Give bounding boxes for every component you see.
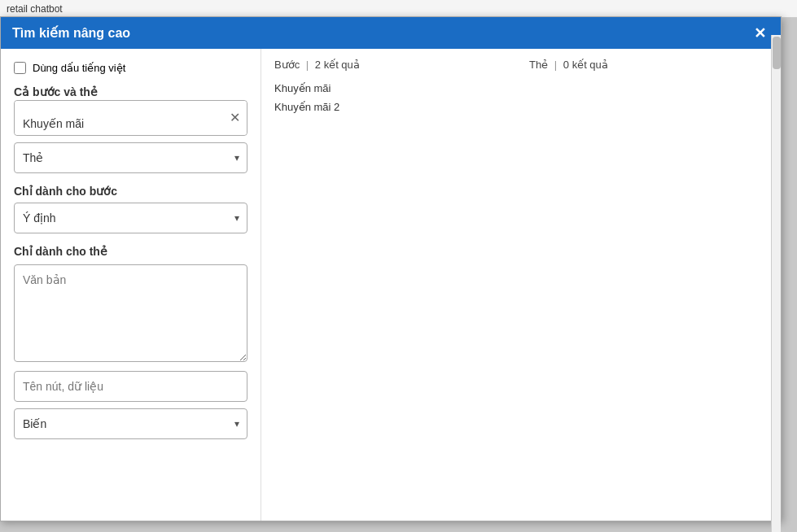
name-clear-button[interactable]: ✕ <box>230 111 240 124</box>
name-input-wrapper: Tên ✕ <box>14 100 247 136</box>
app-title: retail chatbot <box>7 3 63 15</box>
tag-select-wrapper: Thẻ Thẻ 1 Thẻ 2 ▾ <box>14 142 247 173</box>
modal-close-button[interactable]: ✕ <box>751 26 769 41</box>
modal-title: Tìm kiếm nâng cao <box>12 25 130 41</box>
name-input[interactable] <box>15 101 247 135</box>
steps-results-col: Bước | 2 kết quả Khuyến mãi Khuyến mãi 2 <box>274 59 529 511</box>
advanced-search-modal: Tìm kiếm nâng cao ✕ Dùng dấu tiếng việt … <box>0 16 782 521</box>
vietnamese-diacritic-label: Dùng dấu tiếng việt <box>33 62 125 74</box>
tag-only-section: Chỉ dành cho thẻ Biến Biến 1 Biến 2 ▾ <box>14 245 247 439</box>
variable-select[interactable]: Biến Biến 1 Biến 2 <box>14 408 247 439</box>
intent-select[interactable]: Ý định Ý định 1 Ý định 2 <box>14 203 247 233</box>
intent-select-wrapper: Ý định Ý định 1 Ý định 2 ▾ <box>14 203 247 233</box>
modal-body: Dùng dấu tiếng việt Cả bước và thẻ Tên ✕ <box>1 49 781 521</box>
tags-results-col: Thẻ | 0 kết quả <box>529 59 768 511</box>
vietnamese-diacritic-checkbox[interactable] <box>14 62 26 74</box>
top-bar: retail chatbot <box>0 0 797 18</box>
both-section-label: Cả bước và thẻ <box>14 85 247 98</box>
tags-col-label: Thẻ <box>529 59 548 71</box>
step-result-item[interactable]: Khuyến mãi <box>274 79 513 98</box>
right-panel: Bước | 2 kết quả Khuyến mãi Khuyến mãi 2… <box>261 49 781 521</box>
both-section: Cả bước và thẻ Tên ✕ Thẻ Thẻ 1 <box>14 85 247 173</box>
tag-only-section-label: Chỉ dành cho thẻ <box>14 245 247 258</box>
steps-results-header: Bước | 2 kết quả <box>274 59 513 71</box>
scrollbar-track[interactable] <box>771 35 781 532</box>
steps-col-label: Bước <box>274 59 300 71</box>
button-name-input[interactable] <box>14 371 247 402</box>
modal-overlay: retail chatbot Tìm kiếm nâng cao ✕ Dùng … <box>0 0 797 532</box>
text-textarea[interactable] <box>14 264 247 362</box>
tags-results-header: Thẻ | 0 kết quả <box>529 59 768 71</box>
tags-col-count: 0 kết quả <box>563 59 608 71</box>
step-section-label: Chỉ dành cho bước <box>14 185 247 198</box>
step-result-item[interactable]: Khuyến mãi 2 <box>274 98 513 116</box>
tag-select[interactable]: Thẻ Thẻ 1 Thẻ 2 <box>14 142 247 173</box>
modal-header: Tìm kiếm nâng cao ✕ <box>1 17 781 49</box>
steps-col-count: 2 kết quả <box>315 59 360 71</box>
variable-select-wrapper: Biến Biến 1 Biến 2 ▾ <box>14 408 247 439</box>
step-section: Chỉ dành cho bước Ý định Ý định 1 Ý định… <box>14 185 247 233</box>
scrollbar-thumb[interactable] <box>773 37 781 69</box>
vietnamese-diacritic-row: Dùng dấu tiếng việt <box>14 62 247 74</box>
left-panel: Dùng dấu tiếng việt Cả bước và thẻ Tên ✕ <box>1 49 261 521</box>
